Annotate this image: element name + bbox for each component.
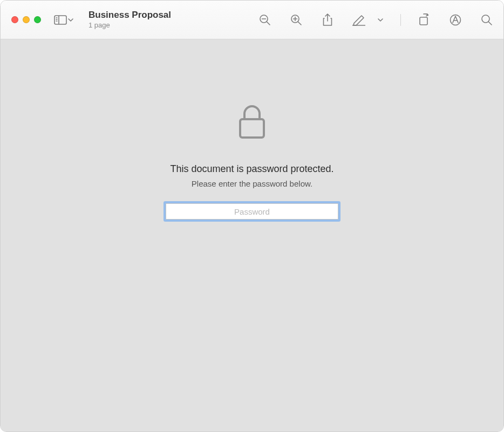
lock-icon <box>237 104 267 140</box>
toolbar <box>257 9 495 31</box>
svg-line-17 <box>488 22 492 25</box>
svg-line-6 <box>267 22 270 25</box>
title-block: Business Proposal 1 page <box>88 10 171 30</box>
preview-window: Business Proposal 1 page <box>0 0 504 432</box>
rotate-button[interactable] <box>416 9 432 31</box>
document-subtitle: 1 page <box>88 21 171 30</box>
protected-instruction: Please enter the password below. <box>192 179 312 188</box>
markup-icon <box>449 14 461 26</box>
content-area: This document is password protected. Ple… <box>1 39 503 431</box>
svg-line-9 <box>298 22 301 25</box>
minimize-button[interactable] <box>23 16 30 23</box>
share-button[interactable] <box>319 9 336 31</box>
chevron-down-icon <box>68 18 73 22</box>
protected-message: This document is password protected. <box>170 163 333 175</box>
fullscreen-button[interactable] <box>34 16 41 23</box>
document-title: Business Proposal <box>88 10 171 20</box>
sidebar-icon <box>54 15 67 25</box>
window-controls <box>11 16 41 23</box>
rotate-icon <box>418 13 430 26</box>
password-input[interactable] <box>166 203 338 220</box>
highlight-button[interactable] <box>351 9 367 31</box>
zoom-in-button[interactable] <box>288 9 304 31</box>
svg-rect-18 <box>240 119 264 138</box>
search-button[interactable] <box>479 9 495 31</box>
zoom-out-icon <box>259 14 271 26</box>
search-icon <box>481 14 493 26</box>
highlight-icon <box>352 14 365 26</box>
markup-button[interactable] <box>447 9 464 31</box>
svg-rect-13 <box>420 17 427 25</box>
highlight-menu-button[interactable] <box>372 9 389 31</box>
zoom-in-icon <box>290 14 302 26</box>
share-icon <box>322 13 333 26</box>
toolbar-separator <box>400 14 401 26</box>
svg-rect-0 <box>55 16 66 24</box>
titlebar: Business Proposal 1 page <box>1 1 503 39</box>
close-button[interactable] <box>11 16 18 23</box>
zoom-out-button[interactable] <box>257 9 273 31</box>
sidebar-toggle-button[interactable] <box>54 9 73 31</box>
chevron-down-icon <box>378 18 383 22</box>
